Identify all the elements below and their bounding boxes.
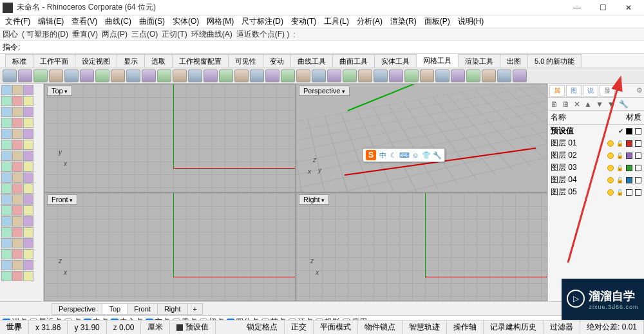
tool-button[interactable] [23, 118, 33, 128]
opt-item[interactable]: 正切(T) [162, 29, 187, 40]
visibility-icon[interactable] [607, 140, 614, 147]
viewport-label[interactable]: Right [299, 194, 329, 205]
menu-item[interactable]: 说明(H) [455, 16, 487, 27]
tool-button[interactable] [1, 162, 12, 172]
viewport-tab[interactable]: Top [102, 303, 128, 315]
layer-up-icon[interactable]: ▲ [584, 100, 592, 109]
toolbar-tab[interactable]: 曲线工具 [290, 54, 333, 68]
lock-icon[interactable]: 🔓 [616, 189, 623, 196]
ime-emoji-icon[interactable]: ☺ [411, 151, 420, 160]
visibility-icon[interactable] [607, 153, 614, 159]
tool-button[interactable] [12, 205, 23, 216]
status-toggle[interactable]: 物件锁点 [358, 320, 402, 334]
toolbar-button[interactable] [327, 70, 341, 82]
ime-toolbar[interactable]: S 中 ☾ ⌨ ☺ 👕 🔧 [363, 148, 445, 162]
tool-button[interactable] [1, 129, 12, 139]
toolbar-tab[interactable]: 出图 [500, 54, 528, 68]
viewport-top[interactable]: Top x y [44, 84, 296, 192]
toolbar-button[interactable] [64, 70, 79, 82]
toolbar-tab[interactable]: 标准 [5, 54, 33, 68]
lock-icon[interactable]: 🔓 [616, 153, 623, 159]
tool-button[interactable] [1, 85, 12, 95]
tool-button[interactable] [12, 194, 23, 205]
tool-button[interactable] [12, 271, 23, 281]
viewport-tab[interactable]: Right [157, 303, 188, 315]
toolbar-tab[interactable]: 可见性 [228, 54, 263, 68]
tool-button[interactable] [12, 140, 23, 150]
viewport-tab[interactable]: Front [127, 303, 158, 315]
ime-keyboard-icon[interactable]: ⌨ [400, 151, 409, 160]
toolbar-button[interactable] [482, 70, 496, 82]
ime-shirt-icon[interactable]: 👕 [422, 151, 431, 160]
tool-button[interactable] [23, 194, 33, 205]
toolbar-button[interactable] [219, 70, 233, 82]
tool-button[interactable] [23, 151, 33, 161]
tool-button[interactable] [1, 216, 12, 227]
status-unit[interactable]: 厘米 [141, 320, 170, 334]
menu-item[interactable]: 文件(F) [3, 16, 33, 27]
filter-icon[interactable]: ▼ [607, 100, 615, 109]
status-toggle[interactable]: 智慧轨迹 [402, 320, 447, 334]
tool-button[interactable] [1, 118, 12, 128]
tool-button[interactable] [23, 140, 33, 150]
tool-button[interactable] [1, 271, 12, 281]
viewport-front[interactable]: Front x z [44, 192, 296, 301]
tool-button[interactable] [12, 249, 23, 259]
color-swatch[interactable] [626, 153, 632, 159]
menu-item[interactable]: 工具(L) [321, 16, 352, 27]
layer-row[interactable]: 图层 01🔓 [548, 137, 644, 149]
layer-row[interactable]: 图层 03🔓 [548, 162, 644, 174]
viewport-tab[interactable]: Perspective [52, 303, 102, 315]
minimize-button[interactable]: — [569, 3, 585, 12]
tool-button[interactable] [1, 227, 12, 237]
status-layer[interactable]: 预设值 [170, 320, 216, 334]
toolbar-button[interactable] [204, 70, 218, 82]
toolbar-button[interactable] [173, 70, 187, 82]
menu-item[interactable]: 编辑(E) [35, 16, 66, 27]
gear-icon[interactable]: ⚙ [636, 86, 643, 95]
status-world[interactable]: 世界 [0, 320, 29, 334]
delete-layer-icon[interactable]: ✕ [574, 100, 580, 109]
tool-button[interactable] [1, 249, 12, 259]
toolbar-tab[interactable]: 变动 [263, 54, 291, 68]
toolbar-tab[interactable]: 设定视图 [75, 54, 117, 68]
viewport-right[interactable]: Right x z [296, 192, 547, 301]
toolbar-button[interactable] [250, 70, 264, 82]
tool-button[interactable] [12, 216, 23, 227]
panel-tab[interactable]: 图 [566, 85, 582, 97]
menu-item[interactable]: 变动(T) [289, 16, 319, 27]
opt-item[interactable]: 三点(O) [131, 29, 158, 40]
tool-button[interactable] [1, 151, 12, 161]
lock-icon[interactable]: 🔓 [616, 165, 623, 171]
toolbar-button[interactable] [265, 70, 279, 82]
tool-button[interactable] [23, 162, 33, 172]
tool-button[interactable] [1, 96, 12, 106]
viewport-label[interactable]: Top [47, 86, 72, 96]
new-layer-icon[interactable]: 🗎 [551, 100, 558, 109]
tool-button[interactable] [1, 205, 12, 216]
tool-button[interactable] [12, 129, 23, 139]
tool-button[interactable] [12, 107, 23, 117]
toolbar-tab[interactable]: 工作视窗配置 [172, 54, 229, 68]
menu-item[interactable]: 曲线(C) [102, 16, 134, 27]
tool-button[interactable] [23, 227, 33, 237]
toolbar-button[interactable] [296, 70, 310, 82]
opt-item[interactable]: 垂直(V) [72, 29, 98, 40]
material-swatch[interactable] [635, 128, 641, 135]
toolbar-button[interactable] [420, 70, 434, 82]
opt-item[interactable]: 两点(P) [102, 29, 128, 40]
tool-button[interactable] [12, 183, 23, 194]
tool-button[interactable] [1, 140, 12, 150]
ime-settings-icon[interactable]: 🔧 [433, 151, 442, 160]
toolbar-button[interactable] [3, 70, 17, 82]
tool-button[interactable] [1, 238, 12, 248]
visibility-icon[interactable] [607, 165, 614, 171]
color-swatch[interactable] [626, 165, 632, 171]
tool-button[interactable] [1, 107, 12, 117]
tool-button[interactable] [23, 271, 33, 281]
material-swatch[interactable] [635, 177, 641, 183]
tool-button[interactable] [1, 172, 12, 183]
tool-button[interactable] [12, 238, 23, 248]
color-swatch[interactable] [626, 140, 632, 147]
tool-button[interactable] [12, 151, 23, 161]
